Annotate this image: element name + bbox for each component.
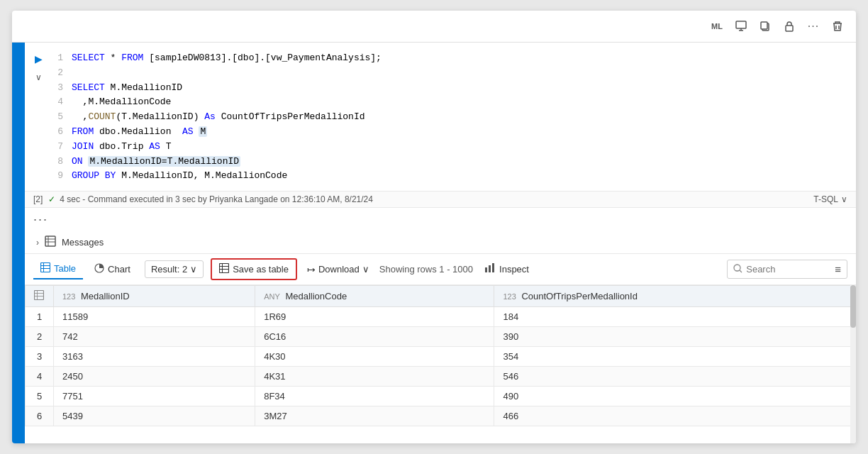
svg-rect-4 <box>45 236 55 246</box>
save-as-table-label: Save as table <box>233 264 289 275</box>
messages-table-icon <box>45 236 56 249</box>
col-type-medallioncode: ANY <box>264 292 280 301</box>
code-line-9: GROUP BY M.MedallionID, M.MedallionCode <box>72 169 856 184</box>
cell-count: 490 <box>494 387 856 406</box>
code-line-7: JOIN dbo.Trip AS T <box>72 140 856 155</box>
cell-rownum: 1 <box>26 307 54 327</box>
status-language[interactable]: T-SQL ∨ <box>813 194 847 204</box>
editor-content: ▶ ∨ 1 2 3 4 5 6 7 8 9 <box>25 43 856 443</box>
cell-rownum: 3 <box>26 347 54 367</box>
result-selector[interactable]: Result: 2 ∨ <box>145 260 204 278</box>
code-line-1: SELECT * FROM [sampleDW0813].[dbo].[vw_P… <box>72 51 856 66</box>
run-button[interactable]: ▶ <box>30 51 46 67</box>
line-numbers: 1 2 3 4 5 6 7 8 9 <box>52 50 72 184</box>
save-as-table-button[interactable]: Save as table <box>211 258 297 280</box>
search-box[interactable]: ≡ <box>727 260 847 279</box>
messages-label: Messages <box>62 237 104 248</box>
run-controls: ▶ ∨ <box>25 50 52 184</box>
cell-medallionid: 2450 <box>54 367 255 387</box>
results-toolbar: Table Chart Result: 2 ∨ Save as tabl <box>25 254 856 285</box>
scrollbar-thumb[interactable] <box>850 285 856 328</box>
save-as-table-icon <box>219 263 229 275</box>
inspect-button[interactable]: Inspect <box>477 259 536 279</box>
cell-medallionid: 7751 <box>54 387 255 406</box>
more-options-btn[interactable]: ··· <box>25 208 856 231</box>
data-table-container: 123 MedallionID ANY MedallionCode 123 Co… <box>25 285 856 443</box>
status-check-icon: ✓ <box>48 194 55 204</box>
svg-rect-3 <box>786 26 793 31</box>
code-section: ▶ ∨ 1 2 3 4 5 6 7 8 9 <box>25 43 856 191</box>
cell-medallionid: 11589 <box>54 307 255 327</box>
cell-rownum: 5 <box>26 387 54 406</box>
cell-rownum: 6 <box>26 406 54 426</box>
download-button[interactable]: ↦ Download ∨ <box>301 260 375 279</box>
table-row: 5 7751 8F34 490 <box>26 387 856 406</box>
more-options-icon[interactable]: ··· <box>803 16 823 36</box>
svg-rect-0 <box>736 21 746 28</box>
svg-rect-22 <box>35 291 44 300</box>
col-header-medallionid: 123 MedallionID <box>54 286 255 307</box>
col-type-count: 123 <box>503 292 516 301</box>
messages-section: › Messages <box>25 231 856 254</box>
cell-count: 184 <box>494 307 856 327</box>
result-select-label: Result: 2 <box>151 264 187 275</box>
chart-tab[interactable]: Chart <box>87 260 138 279</box>
col-header-rownum <box>26 286 54 307</box>
svg-line-21 <box>740 270 742 272</box>
main-container: ML ··· ▶ ∨ 1 2 <box>12 11 856 443</box>
top-toolbar: ML ··· <box>12 11 856 43</box>
table-row: 3 3163 4K30 354 <box>26 347 856 367</box>
language-chevron: ∨ <box>841 194 847 204</box>
delete-icon[interactable] <box>828 16 847 36</box>
code-line-4: ,M.MedallionCode <box>72 95 856 110</box>
table-row: 6 5439 3M27 466 <box>26 406 856 426</box>
inspect-label: Inspect <box>499 264 529 275</box>
col-label-medallioncode: MedallionCode <box>285 291 347 301</box>
scrollbar-track[interactable] <box>850 285 856 443</box>
messages-chevron[interactable]: › <box>36 238 39 248</box>
language-label: T-SQL <box>813 194 838 204</box>
status-bar: [2] ✓ 4 sec - Command executed in 3 sec … <box>25 191 856 208</box>
cell-count: 354 <box>494 347 856 367</box>
cell-medallionid: 742 <box>54 327 255 347</box>
expand-button[interactable]: ∨ <box>30 70 46 85</box>
cell-bracket: [2] <box>33 194 43 204</box>
showing-rows-label: Showing rows 1 - 1000 <box>379 264 473 275</box>
svg-point-20 <box>734 265 740 271</box>
code-line-3: SELECT M.MedallionID <box>72 81 856 96</box>
svg-rect-8 <box>41 263 50 272</box>
search-icon <box>733 264 742 275</box>
monitor-icon[interactable] <box>731 16 751 36</box>
code-line-2 <box>72 66 856 81</box>
left-bar <box>12 43 25 443</box>
result-select-chevron: ∨ <box>190 264 197 275</box>
cell-count: 390 <box>494 327 856 347</box>
copy-icon[interactable] <box>755 16 775 36</box>
cell-medallioncode: 4K31 <box>255 367 494 387</box>
inspect-icon <box>484 262 496 276</box>
code-editor[interactable]: 1 2 3 4 5 6 7 8 9 SELECT * FROM [sampleD… <box>52 50 856 184</box>
svg-rect-17 <box>485 267 487 272</box>
cell-medallioncode: 6C16 <box>255 327 494 347</box>
ml-icon[interactable]: ML <box>707 16 727 36</box>
table-tab[interactable]: Table <box>33 259 83 279</box>
table-tab-label: Table <box>54 263 76 274</box>
download-chevron: ∨ <box>362 264 369 275</box>
svg-rect-2 <box>761 22 767 29</box>
cell-rownum: 2 <box>26 327 54 347</box>
search-input[interactable] <box>746 264 831 275</box>
code-lines: SELECT * FROM [sampleDW0813].[dbo].[vw_P… <box>72 50 856 184</box>
cell-medallioncode: 4K30 <box>255 347 494 367</box>
download-icon: ↦ <box>307 264 316 275</box>
col-header-medallioncode: ANY MedallionCode <box>255 286 494 307</box>
col-header-count: 123 CountOfTripsPerMedallionId <box>494 286 856 307</box>
cell-medallioncode: 3M27 <box>255 406 494 426</box>
chart-tab-icon <box>94 263 104 275</box>
lock-icon[interactable] <box>779 16 799 36</box>
editor-area: ▶ ∨ 1 2 3 4 5 6 7 8 9 <box>12 43 856 443</box>
filter-icon[interactable]: ≡ <box>835 263 841 275</box>
col-label-count: CountOfTripsPerMedallionId <box>521 291 638 301</box>
cell-medallioncode: 8F34 <box>255 387 494 406</box>
cell-medallionid: 3163 <box>54 347 255 367</box>
chart-tab-label: Chart <box>108 264 130 275</box>
